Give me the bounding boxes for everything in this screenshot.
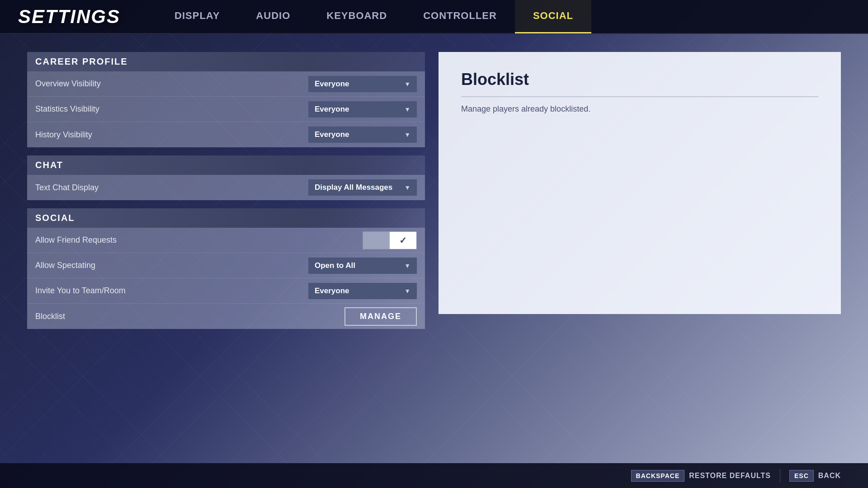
allow-friend-requests-toggle[interactable]: ✓ xyxy=(363,231,417,249)
top-nav: SETTINGS DISPLAY AUDIO KEYBOARD CONTROLL… xyxy=(0,0,868,34)
allow-friend-requests-toggle-container: ✓ xyxy=(308,231,417,249)
tab-display[interactable]: DISPLAY xyxy=(156,0,238,33)
restore-defaults-key: BACKSPACE RESTORE DEFAULTS xyxy=(622,470,780,482)
invite-team-room-dropdown[interactable]: Everyone ▼ xyxy=(308,283,417,299)
career-profile-header: CAREER PROFILE xyxy=(27,52,425,71)
restore-defaults-label: RESTORE DEFAULTS xyxy=(689,472,771,480)
history-visibility-label: History Visibility xyxy=(35,130,92,140)
chevron-down-icon: ▼ xyxy=(404,106,410,113)
toggle-on-side: ✓ xyxy=(390,232,416,249)
allow-spectating-dropdown[interactable]: Open to All ▼ xyxy=(308,258,417,274)
back-label: BACK xyxy=(818,472,841,480)
manage-blocklist-button[interactable]: MANAGE xyxy=(344,307,417,326)
chevron-down-icon: ▼ xyxy=(404,184,410,191)
chevron-down-icon: ▼ xyxy=(404,80,410,88)
social-title: SOCIAL xyxy=(35,213,75,223)
bottom-bar: BACKSPACE RESTORE DEFAULTS ESC BACK xyxy=(0,463,868,488)
toggle-off-side xyxy=(363,232,390,249)
history-visibility-row: History Visibility Everyone ▼ xyxy=(27,122,425,147)
invite-team-room-label: Invite You to Team/Room xyxy=(35,286,126,296)
left-panel: CAREER PROFILE Overview Visibility Every… xyxy=(27,52,425,445)
checkmark-icon: ✓ xyxy=(399,235,407,246)
allow-spectating-row: Allow Spectating Open to All ▼ xyxy=(27,253,425,278)
history-visibility-dropdown[interactable]: Everyone ▼ xyxy=(308,127,417,143)
invite-team-room-row: Invite You to Team/Room Everyone ▼ xyxy=(27,278,425,304)
allow-friend-requests-row: Allow Friend Requests ✓ xyxy=(27,228,425,253)
tab-audio[interactable]: AUDIO xyxy=(238,0,308,33)
back-key: ESC BACK xyxy=(780,470,850,482)
overview-visibility-dropdown[interactable]: Everyone ▼ xyxy=(308,76,417,92)
tab-controller[interactable]: CONTROLLER xyxy=(405,0,515,33)
tab-keyboard[interactable]: KEYBOARD xyxy=(308,0,405,33)
text-chat-display-dropdown[interactable]: Display All Messages ▼ xyxy=(308,179,417,196)
nav-tabs: DISPLAY AUDIO KEYBOARD CONTROLLER SOCIAL xyxy=(156,0,591,33)
chevron-down-icon: ▼ xyxy=(404,131,410,138)
main-content: CAREER PROFILE Overview Visibility Every… xyxy=(0,34,868,463)
text-chat-display-label: Text Chat Display xyxy=(35,183,99,192)
career-profile-title: CAREER PROFILE xyxy=(35,56,128,67)
overview-visibility-row: Overview Visibility Everyone ▼ xyxy=(27,71,425,97)
app-title: SETTINGS xyxy=(18,6,120,28)
blocklist-row: Blocklist MANAGE xyxy=(27,304,425,329)
career-profile-group: CAREER PROFILE Overview Visibility Every… xyxy=(27,52,425,147)
chevron-down-icon: ▼ xyxy=(404,287,410,295)
social-header: SOCIAL xyxy=(27,208,425,228)
esc-key-badge: ESC xyxy=(789,470,814,482)
blocklist-label: Blocklist xyxy=(35,312,65,321)
statistics-visibility-label: Statistics Visibility xyxy=(35,104,99,114)
allow-spectating-label: Allow Spectating xyxy=(35,261,95,270)
chat-header: CHAT xyxy=(27,155,425,175)
text-chat-display-row: Text Chat Display Display All Messages ▼ xyxy=(27,175,425,200)
blocklist-panel-title: Blocklist xyxy=(461,70,818,97)
statistics-visibility-dropdown[interactable]: Everyone ▼ xyxy=(308,101,417,117)
allow-friend-requests-label: Allow Friend Requests xyxy=(35,235,117,245)
chat-title: CHAT xyxy=(35,160,63,170)
tab-social[interactable]: SOCIAL xyxy=(515,0,591,33)
chat-group: CHAT Text Chat Display Display All Messa… xyxy=(27,155,425,200)
statistics-visibility-row: Statistics Visibility Everyone ▼ xyxy=(27,97,425,122)
chevron-down-icon: ▼ xyxy=(404,262,410,269)
blocklist-panel-description: Manage players already blocklisted. xyxy=(461,104,818,114)
overview-visibility-label: Overview Visibility xyxy=(35,79,101,89)
social-group: SOCIAL Allow Friend Requests ✓ Allow Spe… xyxy=(27,208,425,329)
right-panel: Blocklist Manage players already blockli… xyxy=(439,52,841,314)
backspace-key-badge: BACKSPACE xyxy=(631,470,685,482)
